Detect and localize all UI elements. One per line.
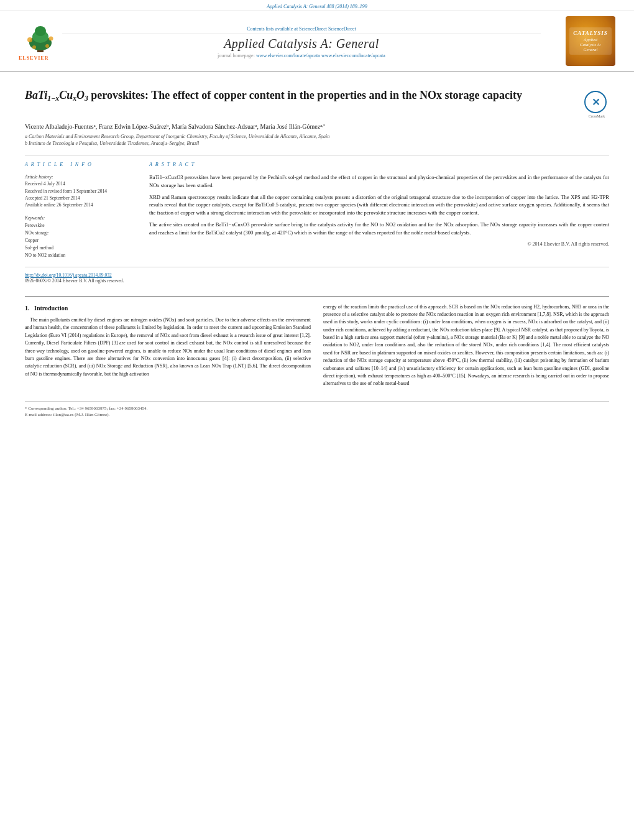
svg-point-4	[27, 37, 32, 42]
copyright: © 2014 Elsevier B.V. All rights reserved…	[149, 241, 609, 247]
section-1-heading: 1. Introduction	[25, 303, 311, 313]
affiliations: a Carbon Materials and Environment Resea…	[25, 134, 609, 146]
journal-title: Applied Catalysis A: General	[62, 37, 541, 51]
divider-1	[25, 155, 609, 155]
crossmark-icon	[584, 91, 607, 113]
keywords-section: Keywords: Perovskite NOx storage Copper …	[25, 215, 137, 259]
page: Applied Catalysis A: General 488 (2014) …	[0, 0, 634, 840]
svg-point-3	[35, 26, 46, 36]
info-abstract-section: A R T I C L E I N F O Article history: R…	[25, 162, 609, 259]
contents-available: Contents lists available at ScienceDirec…	[62, 24, 541, 34]
body-section: 1. Introduction The main pollutants emit…	[25, 296, 609, 418]
catalysis-badge: CATALYSIS Applied Catalysis A: General	[566, 16, 615, 66]
journal-header: ELSEVIER Contents lists available at Sci…	[0, 11, 634, 72]
elsevier-tree-icon	[19, 21, 62, 55]
body-col-right: energy of the reaction limits the practi…	[323, 303, 609, 392]
journal-badge-area: CATALYSIS Applied Catalysis A: General	[541, 16, 615, 66]
footnotes: * Corresponding author. Tel.: +34 965900…	[25, 401, 609, 418]
article-info-label: A R T I C L E I N F O	[25, 162, 137, 167]
paper-content: BaTi1−xCuxO3 perovskites: The effect of …	[0, 72, 634, 431]
body-col-left: 1. Introduction The main pollutants emit…	[25, 303, 311, 392]
sciencedirect-link[interactable]: ScienceDirect	[299, 26, 327, 32]
top-citation-text: Applied Catalysis A: General 488 (2014) …	[267, 4, 367, 9]
svg-point-5	[49, 37, 53, 41]
homepage-url[interactable]: www.elsevier.com/locate/apcata	[256, 53, 320, 58]
body-columns: 1. Introduction The main pollutants emit…	[25, 303, 609, 392]
elsevier-logo-area: ELSEVIER	[19, 21, 62, 61]
doi-section: http://dx.doi.org/10.1016/j.apcata.2014.…	[25, 267, 609, 284]
top-citation-bar: Applied Catalysis A: General 488 (2014) …	[0, 0, 634, 11]
journal-homepage: journal homepage: www.elsevier.com/locat…	[62, 53, 541, 58]
article-info-col: A R T I C L E I N F O Article history: R…	[25, 162, 137, 259]
article-title-section: BaTi1−xCuxO3 perovskites: The effect of …	[25, 81, 609, 116]
abstract-col: A B S T R A C T BaTi1−xCuxO3 perovskites…	[149, 162, 609, 259]
journal-title-area: Contents lists available at ScienceDirec…	[62, 24, 541, 58]
authors-line: Vicente Albaladejo-Fuentesa, Franz Edwin…	[25, 123, 609, 130]
crossmark-logo: CrossMark	[584, 91, 609, 116]
elsevier-brand-text: ELSEVIER	[19, 55, 48, 61]
svg-point-6	[32, 45, 36, 49]
abstract-text: BaTi1−xCuxO3 perovskites have been prepa…	[149, 173, 609, 236]
svg-point-7	[45, 44, 49, 48]
article-title: BaTi1−xCuxO3 perovskites: The effect of …	[25, 88, 575, 103]
doi-link[interactable]: http://dx.doi.org/10.1016/j.apcata.2014.…	[25, 272, 112, 278]
article-history: Article history: Received 4 July 2014 Re…	[25, 173, 137, 208]
abstract-label: A B S T R A C T	[149, 162, 609, 167]
